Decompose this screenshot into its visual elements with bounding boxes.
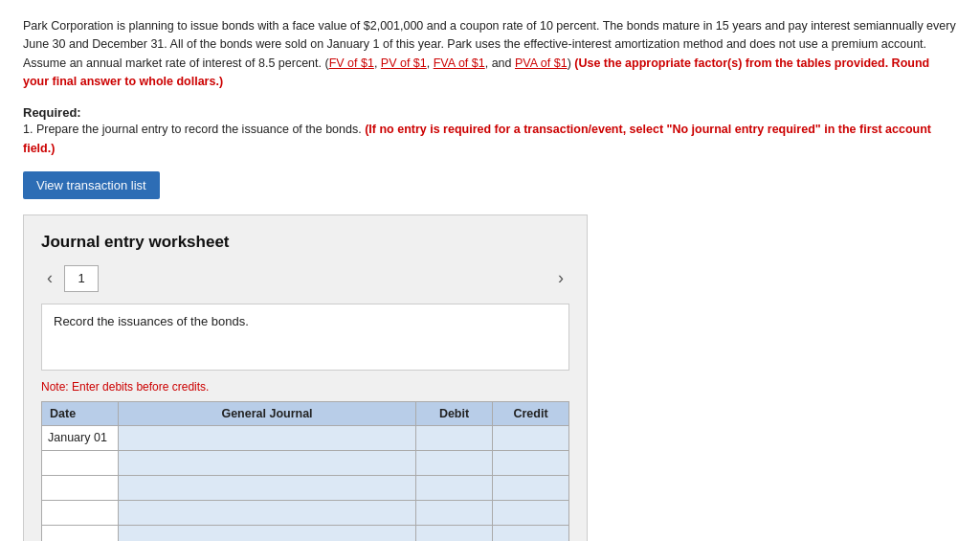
required-label: Required: (23, 105, 957, 120)
date-cell-4 (42, 500, 119, 525)
journal-cell-2[interactable] (119, 450, 416, 475)
debit-cell-1[interactable] (416, 425, 493, 450)
worksheet-title: Journal entry worksheet (41, 233, 569, 252)
debit-cell-5[interactable] (416, 525, 493, 541)
table-row (42, 450, 569, 475)
intro-paragraph: Park Corporation is planning to issue bo… (23, 17, 957, 92)
note-text: Note: Enter debits before credits. (41, 380, 569, 394)
entry-number: 1 (64, 265, 99, 292)
header-debit: Debit (416, 401, 493, 425)
prev-arrow[interactable]: ‹ (41, 266, 58, 290)
fv-link[interactable]: FV of $1 (329, 56, 374, 70)
header-general-journal: General Journal (119, 401, 416, 425)
journal-table: Date General Journal Debit Credit Januar… (41, 401, 569, 542)
header-credit: Credit (493, 401, 569, 425)
debit-input-1[interactable] (416, 426, 492, 450)
credit-cell-3[interactable] (493, 475, 569, 500)
required-item1: 1. Prepare the journal entry to record t… (23, 120, 957, 158)
credit-cell-1[interactable] (493, 425, 569, 450)
debit-cell-3[interactable] (416, 475, 493, 500)
view-transaction-button[interactable]: View transaction list (23, 171, 160, 199)
date-cell-1: January 01 (42, 425, 119, 450)
journal-input-4[interactable] (119, 501, 415, 525)
journal-cell-4[interactable] (119, 500, 416, 525)
date-cell-3 (42, 475, 119, 500)
table-row (42, 500, 569, 525)
credit-input-3[interactable] (493, 476, 568, 500)
credit-input-2[interactable] (493, 451, 568, 475)
req-item1-text: 1. Prepare the journal entry to record t… (23, 123, 362, 136)
journal-input-1[interactable] (119, 426, 415, 450)
journal-entry-worksheet: Journal entry worksheet ‹ 1 › Record the… (23, 214, 588, 542)
date-cell-5 (42, 525, 119, 541)
credit-input-5[interactable] (493, 526, 568, 542)
journal-cell-5[interactable] (119, 525, 416, 541)
debit-input-5[interactable] (416, 526, 492, 542)
debit-input-4[interactable] (416, 501, 492, 525)
journal-input-5[interactable] (119, 526, 415, 542)
nav-row: ‹ 1 › (41, 265, 569, 292)
credit-cell-4[interactable] (493, 500, 569, 525)
description-box: Record the issuances of the bonds. (41, 304, 569, 371)
table-row: January 01 (42, 425, 569, 450)
next-arrow[interactable]: › (552, 266, 569, 290)
table-row (42, 475, 569, 500)
fva-link[interactable]: FVA of $1 (434, 56, 485, 70)
pv-link[interactable]: PV of $1 (381, 56, 427, 70)
table-row (42, 525, 569, 541)
journal-input-2[interactable] (119, 451, 415, 475)
journal-input-3[interactable] (119, 476, 415, 500)
header-date: Date (42, 401, 119, 425)
description-text: Record the issuances of the bonds. (54, 314, 249, 328)
journal-cell-3[interactable] (119, 475, 416, 500)
required-section: Required: 1. Prepare the journal entry t… (23, 105, 957, 158)
credit-input-1[interactable] (493, 426, 568, 450)
credit-cell-5[interactable] (493, 525, 569, 541)
debit-input-3[interactable] (416, 476, 492, 500)
debit-cell-4[interactable] (416, 500, 493, 525)
journal-cell-1[interactable] (119, 425, 416, 450)
credit-cell-2[interactable] (493, 450, 569, 475)
debit-cell-2[interactable] (416, 450, 493, 475)
date-cell-2 (42, 450, 119, 475)
credit-input-4[interactable] (493, 501, 568, 525)
pva-link[interactable]: PVA of $1 (515, 56, 568, 70)
debit-input-2[interactable] (416, 451, 492, 475)
